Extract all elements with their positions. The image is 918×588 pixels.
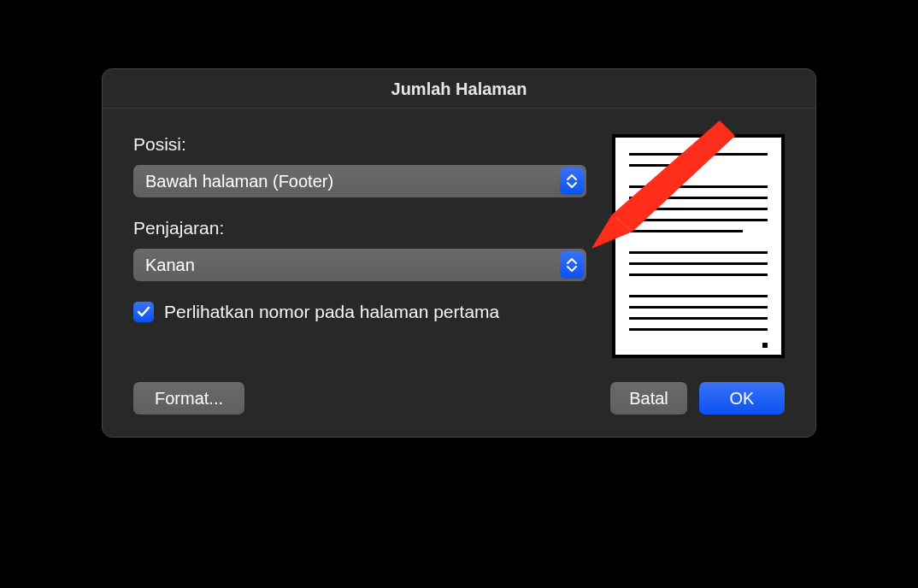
select-stepper-icon <box>560 251 584 279</box>
show-first-page-checkbox[interactable] <box>133 302 154 322</box>
dialog-button-row: Format... Batal OK <box>103 367 815 437</box>
position-label: Posisi: <box>133 134 586 155</box>
dialog-content: Posisi: Bawah halaman (Footer) Penjajara… <box>103 109 815 367</box>
form-column: Posisi: Bawah halaman (Footer) Penjajara… <box>133 134 586 358</box>
show-first-page-label: Perlihatkan nomor pada halaman pertama <box>164 302 499 322</box>
page-numbers-dialog: Jumlah Halaman Posisi: Bawah halaman (Fo… <box>102 68 816 438</box>
dialog-titlebar: Jumlah Halaman <box>103 69 815 109</box>
position-select-value: Bawah halaman (Footer) <box>145 172 333 191</box>
alignment-label: Penjajaran: <box>133 218 586 238</box>
ok-button[interactable]: OK <box>699 382 785 415</box>
select-stepper-icon <box>560 168 584 195</box>
alignment-select-value: Kanan <box>145 256 195 275</box>
cancel-button[interactable]: Batal <box>610 382 687 415</box>
page-preview <box>612 134 785 358</box>
page-number-preview-marker <box>762 343 768 348</box>
format-button[interactable]: Format... <box>133 382 244 415</box>
position-select[interactable]: Bawah halaman (Footer) <box>133 165 586 197</box>
show-first-page-row: Perlihatkan nomor pada halaman pertama <box>133 302 586 322</box>
alignment-select[interactable]: Kanan <box>133 249 586 281</box>
dialog-title: Jumlah Halaman <box>103 79 815 99</box>
